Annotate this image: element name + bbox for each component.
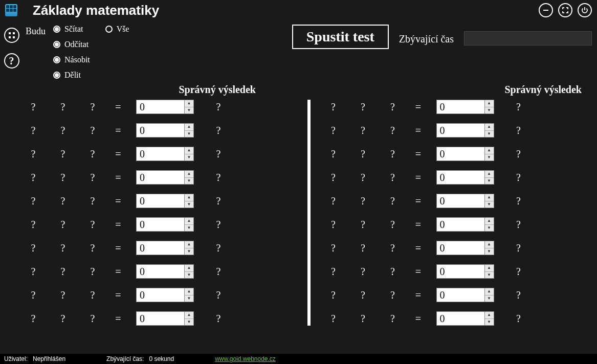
answer-spinner[interactable]: ▲▼ bbox=[136, 100, 194, 114]
spinner-down-button[interactable]: ▼ bbox=[485, 272, 494, 279]
spinner-down-button[interactable]: ▼ bbox=[185, 248, 193, 255]
radio-delit[interactable]: Dělit bbox=[53, 71, 90, 80]
spinner-up-button[interactable]: ▲ bbox=[185, 100, 193, 107]
answer-spinner[interactable]: ▲▼ bbox=[436, 170, 494, 185]
answer-input[interactable] bbox=[436, 147, 485, 161]
spinner-up-button[interactable]: ▲ bbox=[485, 194, 494, 201]
spinner-down-button[interactable]: ▼ bbox=[185, 178, 193, 185]
answer-input[interactable] bbox=[136, 217, 185, 232]
answer-input[interactable] bbox=[136, 147, 185, 161]
spinner-up-button[interactable]: ▲ bbox=[185, 218, 193, 225]
problem-row: ???=▲▼? bbox=[26, 264, 292, 279]
answer-input[interactable] bbox=[436, 217, 485, 232]
spinner-down-button[interactable]: ▼ bbox=[485, 107, 494, 114]
spinner-up-button[interactable]: ▲ bbox=[485, 218, 494, 225]
spinner-up-button[interactable]: ▲ bbox=[485, 100, 494, 107]
radio-nasobit[interactable]: Násobit bbox=[53, 55, 90, 64]
answer-input[interactable] bbox=[136, 264, 185, 279]
power-button[interactable] bbox=[578, 3, 592, 17]
spinner-up-button[interactable]: ▲ bbox=[185, 241, 193, 248]
spinner-up-button[interactable]: ▲ bbox=[485, 171, 494, 178]
answer-spinner[interactable]: ▲▼ bbox=[436, 100, 494, 114]
spinner-down-button[interactable]: ▼ bbox=[485, 178, 494, 185]
spinner-down-button[interactable]: ▼ bbox=[485, 248, 494, 255]
answer-spinner[interactable]: ▲▼ bbox=[136, 241, 194, 255]
start-test-button[interactable]: Spustit test bbox=[292, 25, 389, 49]
spinner-up-button[interactable]: ▲ bbox=[185, 265, 193, 272]
radio-odcitat[interactable]: Odčítat bbox=[53, 40, 90, 49]
answer-spinner[interactable]: ▲▼ bbox=[136, 147, 194, 161]
spinner-up-button[interactable]: ▲ bbox=[185, 124, 193, 131]
answer-input[interactable] bbox=[136, 311, 185, 326]
answer-input[interactable] bbox=[436, 241, 485, 255]
answer-spinner[interactable]: ▲▼ bbox=[136, 264, 194, 279]
spinner-down-button[interactable]: ▼ bbox=[485, 225, 494, 232]
answer-spinner[interactable]: ▲▼ bbox=[436, 217, 494, 232]
menu-grid-button[interactable] bbox=[4, 28, 19, 43]
answer-spinner[interactable]: ▲▼ bbox=[436, 288, 494, 302]
answer-input[interactable] bbox=[436, 264, 485, 279]
equals-sign: = bbox=[415, 313, 422, 325]
status-link[interactable]: www.goid.webnode.cz bbox=[215, 355, 276, 362]
remaining-time-display bbox=[464, 31, 592, 46]
answer-spinner[interactable]: ▲▼ bbox=[136, 288, 194, 302]
answer-input[interactable] bbox=[436, 311, 485, 326]
answer-input[interactable] bbox=[136, 194, 185, 208]
answer-input[interactable] bbox=[436, 123, 485, 138]
spinner-up-button[interactable]: ▲ bbox=[485, 312, 494, 319]
answer-input[interactable] bbox=[436, 170, 485, 185]
radio-scitat[interactable]: Sčítat bbox=[53, 25, 90, 34]
equals-sign: = bbox=[115, 313, 122, 325]
answer-input[interactable] bbox=[136, 241, 185, 255]
spinner-up-button[interactable]: ▲ bbox=[485, 241, 494, 248]
operand-1: ? bbox=[26, 148, 41, 160]
spinner-up-button[interactable]: ▲ bbox=[485, 147, 494, 154]
spinner-up-button[interactable]: ▲ bbox=[185, 147, 193, 154]
spinner-down-button[interactable]: ▼ bbox=[185, 225, 193, 232]
answer-input[interactable] bbox=[136, 100, 185, 114]
answer-input[interactable] bbox=[436, 194, 485, 208]
spinner-down-button[interactable]: ▼ bbox=[485, 131, 494, 138]
help-button[interactable]: ? bbox=[4, 53, 19, 69]
spinner-down-button[interactable]: ▼ bbox=[485, 154, 494, 161]
answer-spinner[interactable]: ▲▼ bbox=[436, 194, 494, 208]
spinner-down-button[interactable]: ▼ bbox=[485, 201, 494, 208]
spinner-down-button[interactable]: ▼ bbox=[485, 295, 494, 302]
spinner-down-button[interactable]: ▼ bbox=[185, 319, 193, 326]
spinner-down-button[interactable]: ▼ bbox=[185, 107, 193, 114]
spinner-up-button[interactable]: ▲ bbox=[185, 171, 193, 178]
spinner-up-button[interactable]: ▲ bbox=[485, 265, 494, 272]
spinner-up-button[interactable]: ▲ bbox=[185, 312, 193, 319]
spinner-down-button[interactable]: ▼ bbox=[185, 272, 193, 279]
spinner-down-button[interactable]: ▼ bbox=[485, 319, 494, 326]
correct-result: ? bbox=[208, 101, 229, 113]
app-icon bbox=[5, 4, 17, 16]
answer-spinner[interactable]: ▲▼ bbox=[436, 264, 494, 279]
answer-input[interactable] bbox=[136, 123, 185, 138]
answer-spinner[interactable]: ▲▼ bbox=[436, 241, 494, 255]
answer-spinner[interactable]: ▲▼ bbox=[136, 123, 194, 138]
spinner-down-button[interactable]: ▼ bbox=[185, 154, 193, 161]
answer-spinner[interactable]: ▲▼ bbox=[136, 217, 194, 232]
answer-spinner[interactable]: ▲▼ bbox=[136, 170, 194, 185]
spinner-down-button[interactable]: ▼ bbox=[185, 131, 193, 138]
spinner-up-button[interactable]: ▲ bbox=[185, 194, 193, 201]
answer-input[interactable] bbox=[436, 288, 485, 302]
spinner-up-button[interactable]: ▲ bbox=[185, 288, 193, 295]
answer-spinner[interactable]: ▲▼ bbox=[136, 194, 194, 208]
answer-spinner[interactable]: ▲▼ bbox=[136, 311, 194, 326]
answer-spinner[interactable]: ▲▼ bbox=[436, 147, 494, 161]
spinner-up-button[interactable]: ▲ bbox=[485, 288, 494, 295]
fullscreen-button[interactable] bbox=[558, 3, 572, 17]
answer-input[interactable] bbox=[136, 170, 185, 185]
minimize-button[interactable] bbox=[539, 3, 553, 17]
answer-spinner[interactable]: ▲▼ bbox=[436, 123, 494, 138]
radio-vse[interactable]: Vše bbox=[105, 25, 129, 34]
spinner-down-button[interactable]: ▼ bbox=[185, 201, 193, 208]
spinner-down-button[interactable]: ▼ bbox=[185, 295, 193, 302]
answer-spinner[interactable]: ▲▼ bbox=[436, 311, 494, 326]
spinner-up-button[interactable]: ▲ bbox=[485, 124, 494, 131]
operand-2: ? bbox=[385, 101, 401, 113]
answer-input[interactable] bbox=[436, 100, 485, 114]
answer-input[interactable] bbox=[136, 288, 185, 302]
